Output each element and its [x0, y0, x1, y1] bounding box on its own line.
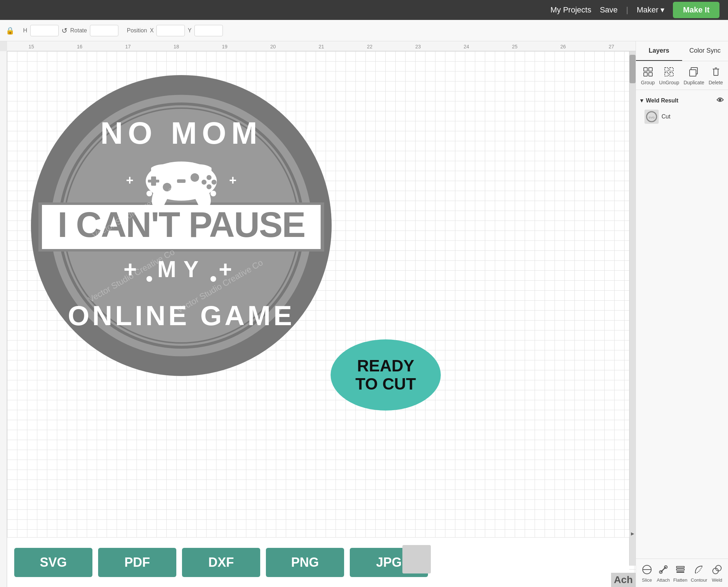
svg-text:+: +	[229, 173, 236, 187]
svg-point-31	[146, 191, 152, 196]
jpg-badge[interactable]: JPG	[350, 548, 428, 577]
svg-text:+: +	[126, 173, 133, 187]
weld-icon	[711, 563, 723, 576]
ruler-mark: 20	[249, 44, 297, 49]
x-label: X	[150, 27, 154, 34]
tab-layers[interactable]: Layers	[636, 41, 682, 61]
slice-icon	[641, 563, 653, 576]
svg-badge[interactable]: SVG	[14, 548, 92, 577]
layer-item-cut[interactable]: SVG Cut	[640, 107, 724, 127]
svg-rect-57	[676, 571, 684, 573]
delete-icon	[710, 65, 722, 78]
design-svg[interactable]: I CAN'T PAUSE NO MOM + MY + ONLINE GAME	[28, 69, 334, 389]
rotate-input[interactable]	[90, 25, 118, 36]
svg-rect-45	[670, 73, 673, 76]
ruler-mark: 27	[587, 44, 636, 49]
scroll-arrow-right[interactable]: ▶	[629, 530, 636, 537]
canvas-grid[interactable]: I CAN'T PAUSE NO MOM + MY + ONLINE GAME	[7, 51, 636, 587]
ruler-mark: 24	[442, 44, 491, 49]
h-label: H	[23, 27, 27, 34]
size-group: H ↺ Rotate	[23, 25, 118, 36]
pdf-badge[interactable]: PDF	[98, 548, 176, 577]
weld-button[interactable]: Weld	[711, 563, 723, 583]
right-panel: Layers Color Sync Group UnGroup	[636, 41, 728, 587]
make-it-button[interactable]: Make It	[673, 2, 719, 18]
layer-group-header[interactable]: ▾ Weld Result 👁	[640, 94, 724, 107]
save-link[interactable]: Save	[600, 5, 617, 15]
duplicate-icon	[687, 65, 700, 78]
layer-visibility-icon[interactable]: 👁	[717, 96, 724, 105]
ruler-left	[0, 51, 7, 587]
svg-rect-48	[714, 69, 718, 75]
svg-point-23	[212, 180, 216, 185]
height-input[interactable]	[30, 25, 59, 36]
ready-to-cut-text: READY TO CUT	[355, 357, 416, 393]
svg-point-32	[210, 191, 216, 196]
y-input[interactable]	[194, 25, 223, 36]
ruler-mark: 21	[297, 44, 346, 49]
svg-point-33	[146, 276, 152, 282]
panel-bottom-row: Slice Attach Flatten	[636, 559, 728, 587]
canvas-area[interactable]: 15 16 17 18 19 20 21 22 23 24 25 26 27	[0, 41, 636, 587]
svg-rect-26	[177, 179, 186, 183]
dxf-badge[interactable]: DXF	[182, 548, 260, 577]
ruler-mark: 26	[539, 44, 587, 49]
vertical-scrollbar[interactable]	[629, 51, 636, 566]
ungroup-button[interactable]: UnGroup	[659, 65, 679, 85]
delete-label: Delete	[708, 80, 723, 85]
attach-button[interactable]: Attach	[657, 563, 670, 583]
position-label: Position	[127, 27, 147, 34]
duplicate-label: Duplicate	[684, 80, 704, 85]
duplicate-button[interactable]: Duplicate	[684, 65, 704, 85]
ruler-mark: 23	[394, 44, 442, 49]
delete-button[interactable]: Delete	[708, 65, 723, 85]
flatten-button[interactable]: Flatten	[673, 563, 687, 583]
group-button[interactable]: Group	[641, 65, 655, 85]
group-icon	[642, 65, 654, 78]
svg-rect-43	[670, 68, 673, 71]
panel-tabs: Layers Color Sync	[636, 41, 728, 61]
ruler-mark: 22	[346, 44, 394, 49]
contour-button[interactable]: Contour	[691, 563, 707, 583]
collapse-chevron[interactable]: ▾	[640, 97, 643, 104]
group-label: Group	[641, 80, 655, 85]
layer-group-name: Weld Result	[646, 97, 678, 104]
ach-label: Ach	[611, 573, 636, 587]
main-layout: 15 16 17 18 19 20 21 22 23 24 25 26 27	[0, 41, 728, 587]
ready-to-cut-bubble: READY TO CUT	[331, 339, 441, 411]
svg-point-24	[202, 180, 207, 185]
nav-divider: |	[626, 5, 628, 15]
my-projects-link[interactable]: My Projects	[550, 5, 591, 15]
design-svg-wrapper[interactable]: I CAN'T PAUSE NO MOM + MY + ONLINE GAME	[28, 69, 334, 389]
ruler-mark: 16	[55, 44, 104, 49]
format-badges-row: SVG PDF DXF PNG JPG	[7, 537, 629, 587]
lock-icon: 🔒	[6, 26, 15, 35]
scrollbar-thumb[interactable]	[630, 55, 636, 83]
top-navigation: My Projects Save | Maker ▾ Make It	[0, 0, 728, 20]
ungroup-label: UnGroup	[659, 80, 679, 85]
svg-rect-44	[665, 73, 668, 76]
toolbar: 🔒 H ↺ Rotate Position X Y	[0, 20, 728, 41]
rotate-button[interactable]: ↺	[61, 26, 68, 35]
svg-rect-58	[676, 569, 684, 570]
tab-color-sync[interactable]: Color Sync	[682, 41, 728, 61]
x-input[interactable]	[156, 25, 185, 36]
png-badge[interactable]: PNG	[266, 548, 344, 577]
svg-text:SVG: SVG	[649, 116, 655, 119]
ruler-mark: 19	[200, 44, 249, 49]
svg-rect-39	[649, 68, 652, 71]
slice-button[interactable]: Slice	[641, 563, 653, 583]
svg-rect-41	[649, 73, 652, 76]
layer-item-label: Cut	[662, 113, 670, 120]
jpg-thumbnail-overlay	[402, 545, 431, 573]
panel-bottom: Slice Attach Flatten	[636, 559, 728, 587]
ruler-top: 15 16 17 18 19 20 21 22 23 24 25 26 27	[7, 41, 636, 51]
svg-point-34	[210, 276, 216, 282]
svg-rect-47	[690, 70, 696, 76]
svg-point-25	[207, 184, 212, 189]
panel-actions: Group UnGroup Duplicate Delete	[636, 61, 728, 90]
maker-selector[interactable]: Maker ▾	[637, 5, 664, 15]
ruler-mark: 25	[491, 44, 539, 49]
flatten-icon	[674, 563, 687, 576]
ungroup-icon	[663, 65, 675, 78]
